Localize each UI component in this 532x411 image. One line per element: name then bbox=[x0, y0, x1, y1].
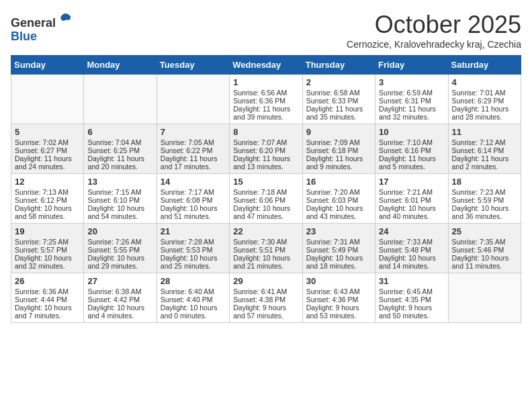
day-info-line: Sunset: 5:51 PM bbox=[233, 246, 298, 254]
calendar-cell: 2Sunrise: 6:58 AMSunset: 6:33 PMDaylight… bbox=[302, 75, 375, 124]
day-info-line: and 57 minutes. bbox=[233, 312, 298, 320]
day-number: 3 bbox=[379, 77, 444, 87]
day-info-line: Sunrise: 7:07 AM bbox=[233, 138, 298, 146]
calendar-cell bbox=[84, 75, 157, 124]
day-info-line: Daylight: 10 hours bbox=[161, 304, 226, 312]
day-info-line: Sunset: 5:55 PM bbox=[87, 246, 152, 254]
day-number: 9 bbox=[306, 127, 371, 137]
day-number: 7 bbox=[161, 127, 226, 137]
day-number: 8 bbox=[233, 127, 298, 137]
calendar-cell: 27Sunrise: 6:38 AMSunset: 4:42 PMDayligh… bbox=[84, 273, 157, 323]
logo-general-text: General bbox=[11, 16, 56, 30]
day-info-line: Daylight: 11 hours bbox=[87, 154, 152, 163]
calendar-cell: 18Sunrise: 7:23 AMSunset: 5:59 PMDayligh… bbox=[448, 174, 521, 224]
day-info-line: Daylight: 10 hours bbox=[233, 204, 298, 212]
month-title: October 2025 bbox=[347, 11, 521, 39]
day-info-line: Daylight: 10 hours bbox=[15, 254, 80, 262]
day-number: 2 bbox=[306, 77, 371, 87]
day-info-line: Sunset: 6:22 PM bbox=[161, 146, 226, 154]
day-info-line: Sunrise: 6:41 AM bbox=[233, 287, 298, 295]
day-info-line: and 29 minutes. bbox=[87, 262, 152, 270]
day-info-line: and 25 minutes. bbox=[161, 262, 226, 270]
calendar-cell bbox=[448, 273, 521, 323]
day-info-line: Sunset: 4:42 PM bbox=[87, 295, 152, 304]
weekday-header-monday: Monday bbox=[84, 56, 157, 75]
day-info-line: and 18 minutes. bbox=[306, 262, 371, 270]
day-info-line: Sunset: 6:33 PM bbox=[306, 97, 371, 105]
day-info-line: Daylight: 10 hours bbox=[87, 304, 152, 312]
day-info-line: Daylight: 11 hours bbox=[15, 154, 80, 163]
day-info-line: Sunrise: 6:36 AM bbox=[15, 287, 80, 295]
day-info-line: Sunset: 6:06 PM bbox=[233, 196, 298, 204]
day-info-line: Daylight: 10 hours bbox=[306, 254, 371, 262]
day-number: 25 bbox=[452, 226, 517, 236]
day-info-line: Sunrise: 6:43 AM bbox=[306, 287, 371, 295]
day-number: 12 bbox=[15, 177, 80, 187]
calendar-cell: 28Sunrise: 6:40 AMSunset: 4:40 PMDayligh… bbox=[157, 273, 229, 323]
calendar-cell: 10Sunrise: 7:10 AMSunset: 6:16 PMDayligh… bbox=[375, 124, 448, 174]
day-info-line: Sunset: 6:08 PM bbox=[161, 196, 226, 204]
day-info-line: Sunrise: 7:09 AM bbox=[306, 138, 371, 146]
day-info-line: Sunset: 6:12 PM bbox=[15, 196, 80, 204]
day-info-line: Daylight: 11 hours bbox=[306, 105, 371, 113]
calendar-table: SundayMondayTuesdayWednesdayThursdayFrid… bbox=[11, 55, 521, 323]
day-number: 24 bbox=[379, 226, 444, 236]
day-info-line: Sunrise: 6:38 AM bbox=[87, 287, 152, 295]
week-row-5: 26Sunrise: 6:36 AMSunset: 4:44 PMDayligh… bbox=[11, 273, 521, 323]
day-info-line: Sunrise: 7:33 AM bbox=[379, 238, 444, 246]
calendar-cell: 23Sunrise: 7:31 AMSunset: 5:49 PMDayligh… bbox=[302, 224, 375, 273]
day-info-line: and 28 minutes. bbox=[452, 113, 517, 121]
calendar-cell: 3Sunrise: 6:59 AMSunset: 6:31 PMDaylight… bbox=[375, 75, 448, 124]
day-info-line: Sunset: 4:40 PM bbox=[161, 295, 226, 304]
page-header: General Blue October 2025 Cernozice, Kra… bbox=[11, 11, 521, 50]
day-info-line: Daylight: 10 hours bbox=[233, 254, 298, 262]
day-number: 30 bbox=[306, 276, 371, 286]
day-info-line: Daylight: 11 hours bbox=[306, 154, 371, 163]
day-info-line: and 13 minutes. bbox=[233, 163, 298, 171]
calendar-cell: 7Sunrise: 7:05 AMSunset: 6:22 PMDaylight… bbox=[157, 124, 229, 174]
logo: General Blue bbox=[11, 11, 73, 44]
day-info-line: Sunset: 6:10 PM bbox=[87, 196, 152, 204]
calendar-cell: 13Sunrise: 7:15 AMSunset: 6:10 PMDayligh… bbox=[84, 174, 157, 224]
day-info-line: and 36 minutes. bbox=[452, 212, 517, 220]
day-info-line: Sunset: 4:36 PM bbox=[306, 295, 371, 304]
day-info-line: Daylight: 9 hours bbox=[233, 304, 298, 312]
location-subtitle: Cernozice, Kralovehradecky kraj, Czechia bbox=[347, 39, 521, 50]
day-info-line: and 32 minutes. bbox=[379, 113, 444, 121]
day-number: 29 bbox=[233, 276, 298, 286]
day-info-line: and 24 minutes. bbox=[15, 163, 80, 171]
day-info-line: Sunrise: 7:21 AM bbox=[379, 188, 444, 196]
day-number: 31 bbox=[379, 276, 444, 286]
logo-bird-icon bbox=[57, 11, 73, 27]
calendar-cell: 25Sunrise: 7:35 AMSunset: 5:46 PMDayligh… bbox=[448, 224, 521, 273]
day-info-line: Sunrise: 7:25 AM bbox=[15, 238, 80, 246]
day-info-line: Daylight: 10 hours bbox=[452, 204, 517, 212]
day-info-line: and 11 minutes. bbox=[452, 262, 517, 270]
day-info-line: Sunrise: 7:28 AM bbox=[161, 238, 226, 246]
day-info-line: and 40 minutes. bbox=[379, 212, 444, 220]
day-number: 1 bbox=[233, 77, 298, 87]
weekday-header-sunday: Sunday bbox=[11, 56, 84, 75]
day-info-line: and 21 minutes. bbox=[233, 262, 298, 270]
day-info-line: Daylight: 11 hours bbox=[379, 105, 444, 113]
day-number: 14 bbox=[161, 177, 226, 187]
day-info-line: Sunset: 5:59 PM bbox=[452, 196, 517, 204]
calendar-cell: 19Sunrise: 7:25 AMSunset: 5:57 PMDayligh… bbox=[11, 224, 84, 273]
day-info-line: Daylight: 10 hours bbox=[452, 254, 517, 262]
week-row-1: 1Sunrise: 6:56 AMSunset: 6:36 PMDaylight… bbox=[11, 75, 521, 124]
day-info-line: Sunset: 5:46 PM bbox=[452, 246, 517, 254]
day-info-line: Sunrise: 7:30 AM bbox=[233, 238, 298, 246]
calendar-cell: 11Sunrise: 7:12 AMSunset: 6:14 PMDayligh… bbox=[448, 124, 521, 174]
day-info-line: Sunrise: 7:04 AM bbox=[87, 138, 152, 146]
calendar-cell: 22Sunrise: 7:30 AMSunset: 5:51 PMDayligh… bbox=[230, 224, 302, 273]
day-number: 16 bbox=[306, 177, 371, 187]
calendar-cell: 4Sunrise: 7:01 AMSunset: 6:29 PMDaylight… bbox=[448, 75, 521, 124]
day-number: 10 bbox=[379, 127, 444, 137]
day-info-line: Sunset: 4:35 PM bbox=[379, 295, 444, 304]
calendar-cell: 9Sunrise: 7:09 AMSunset: 6:18 PMDaylight… bbox=[302, 124, 375, 174]
day-info-line: Sunrise: 6:40 AM bbox=[161, 287, 226, 295]
day-number: 6 bbox=[87, 127, 152, 137]
week-row-3: 12Sunrise: 7:13 AMSunset: 6:12 PMDayligh… bbox=[11, 174, 521, 224]
day-info-line: and 32 minutes. bbox=[15, 262, 80, 270]
day-info-line: and 43 minutes. bbox=[306, 212, 371, 220]
